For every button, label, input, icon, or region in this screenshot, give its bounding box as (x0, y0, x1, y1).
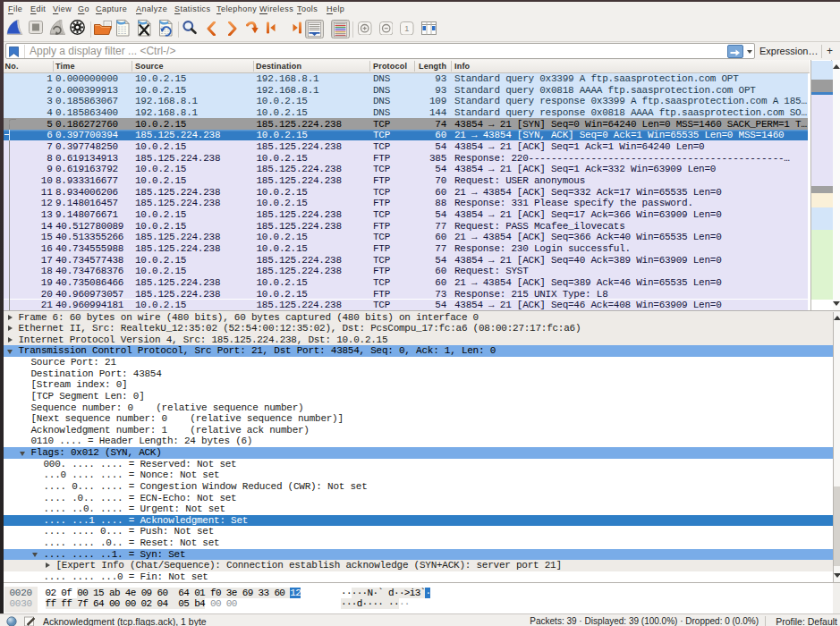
svg-text:1: 1 (404, 24, 409, 33)
